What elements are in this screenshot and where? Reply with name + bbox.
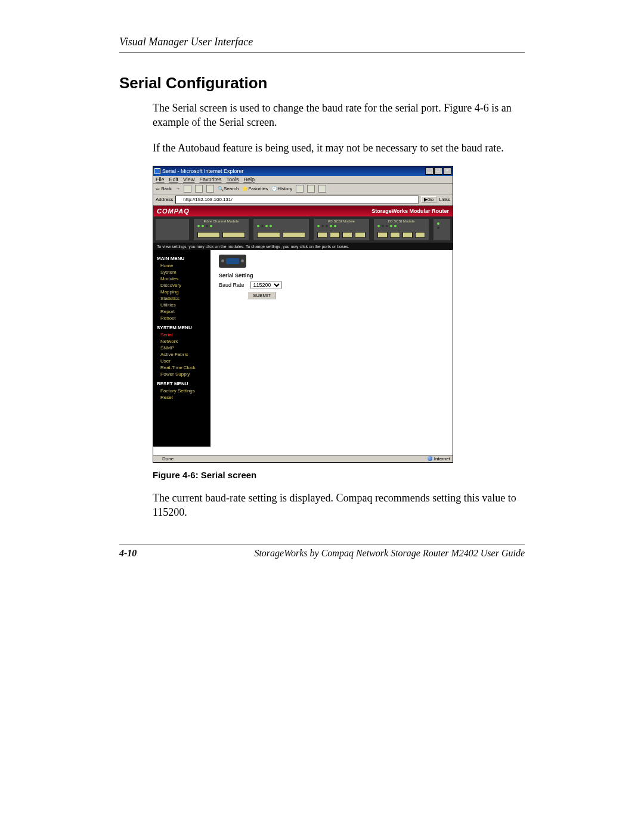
window-maximize-button[interactable]: □ (434, 168, 442, 175)
page-icon (156, 456, 160, 461)
edit-icon[interactable] (318, 185, 326, 193)
module-strip: Fibre Channel Module I/O SCSI Module (153, 216, 453, 243)
nav-active-fabric[interactable]: Active Fabric (157, 351, 207, 358)
nav-reboot[interactable]: Reboot (157, 315, 207, 321)
toolbar-history[interactable]: 🕘History (271, 186, 292, 191)
header-rule (119, 52, 525, 52)
window-minimize-button[interactable]: _ (425, 168, 434, 175)
ie-window: Serial - Microsoft Internet Explorer _ □… (153, 166, 453, 463)
zone-text: Internet (434, 456, 450, 462)
ie-titlebar: Serial - Microsoft Internet Explorer _ □… (153, 166, 453, 176)
baud-rate-select[interactable]: 115200 (250, 281, 282, 289)
book-title: StorageWorks by Compaq Network Storage R… (254, 548, 525, 559)
module-scsi-a[interactable]: I/O SCSI Module (314, 219, 369, 240)
module-label: Fibre Channel Module (194, 219, 249, 223)
ie-toolbar: ⇦ Back → 🔍Search ⭐Favorites 🕘History (153, 184, 453, 194)
nav-network[interactable]: Network (157, 338, 207, 345)
submit-button[interactable]: SUBMIT (247, 292, 276, 299)
module-fibre-channel[interactable]: Fibre Channel Module (194, 219, 249, 240)
stop-icon[interactable] (184, 185, 191, 193)
module-slot-2[interactable] (253, 219, 309, 240)
nav-statistics[interactable]: Statistics (157, 295, 207, 302)
nav-report[interactable]: Report (157, 308, 207, 315)
compaq-logo: COMPAQ (157, 208, 190, 215)
page-icon (177, 197, 182, 202)
nav-mapping[interactable]: Mapping (157, 289, 207, 295)
home-icon[interactable] (206, 185, 214, 193)
baud-rate-label: Baud Rate (219, 282, 244, 288)
menu-help[interactable]: Help (243, 176, 255, 182)
status-text: Done (162, 456, 174, 462)
ie-icon (154, 168, 160, 174)
paragraph-2: If the Autobaud feature is being used, i… (119, 141, 525, 155)
menu-tools[interactable]: Tools (226, 176, 239, 182)
nav-head-reset: RESET MENU (157, 381, 207, 386)
address-input[interactable]: http://192.168.100.131/ (175, 196, 418, 204)
nav-discovery[interactable]: Discovery (157, 282, 207, 289)
ie-menubar: File Edit View Favorites Tools Help (153, 176, 453, 184)
nav-head-main: MAIN MENU (157, 256, 207, 261)
nav-snmp[interactable]: SNMP (157, 345, 207, 351)
refresh-icon[interactable] (195, 185, 203, 193)
print-icon[interactable] (307, 185, 315, 193)
toolbar-back[interactable]: ⇦ Back (156, 186, 172, 191)
internet-zone-icon (428, 456, 432, 461)
ie-content: COMPAQ StorageWorks Modular Router Fibre… (153, 206, 453, 455)
menu-file[interactable]: File (156, 176, 165, 182)
toolbar-favorites[interactable]: ⭐Favorites (242, 186, 268, 191)
paragraph-3: The current baud-rate setting is display… (119, 491, 525, 520)
document-page: Visual Manager User Interface Serial Con… (0, 0, 644, 833)
nav-power[interactable]: Power Supply (157, 371, 207, 377)
nav-home[interactable]: Home (157, 262, 207, 269)
figure-4-6: Serial - Microsoft Internet Explorer _ □… (119, 166, 525, 463)
address-value: http://192.168.100.131/ (183, 197, 232, 202)
section-title: Serial Configuration (119, 74, 525, 92)
module-scsi-b[interactable]: I/O SCSI Module (374, 219, 429, 240)
module-pwr[interactable] (434, 219, 450, 240)
running-head: Visual Manager User Interface (119, 36, 525, 48)
nav-factory-reset[interactable]: Factory Settings Reset (157, 388, 207, 401)
page-footer: 4-10 StorageWorks by Compaq Network Stor… (119, 544, 525, 559)
nav-utilities[interactable]: Utilities (157, 302, 207, 308)
nav-head-system: SYSTEM MENU (157, 325, 207, 330)
address-label: Address (156, 197, 173, 202)
window-title: Serial - Microsoft Internet Explorer (162, 168, 244, 174)
ie-address-bar: Address http://192.168.100.131/ ▶Go Link… (153, 194, 453, 206)
toolbar-forward[interactable]: → (175, 186, 180, 191)
links-label[interactable]: Links (439, 197, 450, 202)
nav-modules[interactable]: Modules (157, 275, 207, 282)
go-button[interactable]: ▶Go (421, 196, 437, 203)
module-label: I/O SCSI Module (314, 219, 369, 223)
module-label: I/O SCSI Module (374, 219, 429, 223)
product-name: StorageWorks Modular Router (371, 208, 449, 214)
window-close-button[interactable]: × (443, 168, 451, 175)
nav-user[interactable]: User (157, 358, 207, 364)
nav-sidebar: MAIN MENU Home System Modules Discovery … (153, 250, 210, 447)
page-number: 4-10 (119, 548, 137, 559)
menu-edit[interactable]: Edit (169, 176, 179, 182)
ie-status-bar: Done Internet (153, 455, 453, 462)
hint-bar: To view settings, you may click on the m… (153, 243, 453, 250)
app-header: COMPAQ StorageWorks Modular Router (153, 206, 453, 216)
menu-favorites[interactable]: Favorites (199, 176, 221, 182)
nav-rtc[interactable]: Real-Time Clock (157, 364, 207, 371)
menu-view[interactable]: View (183, 176, 194, 182)
module-slot-0[interactable] (156, 219, 189, 240)
toolbar-search[interactable]: 🔍Search (218, 186, 239, 191)
app-body: MAIN MENU Home System Modules Discovery … (153, 250, 453, 447)
figure-caption: Figure 4-6: Serial screen (119, 470, 525, 480)
mail-icon[interactable] (296, 185, 304, 193)
nav-system[interactable]: System (157, 269, 207, 275)
panel-heading: Serial Setting (219, 272, 444, 278)
main-panel: Serial Setting Baud Rate 115200 SUBMIT (210, 250, 453, 447)
serial-port-icon (219, 255, 246, 268)
nav-serial[interactable]: Serial (157, 332, 207, 338)
paragraph-1: The Serial screen is used to change the … (119, 101, 525, 130)
